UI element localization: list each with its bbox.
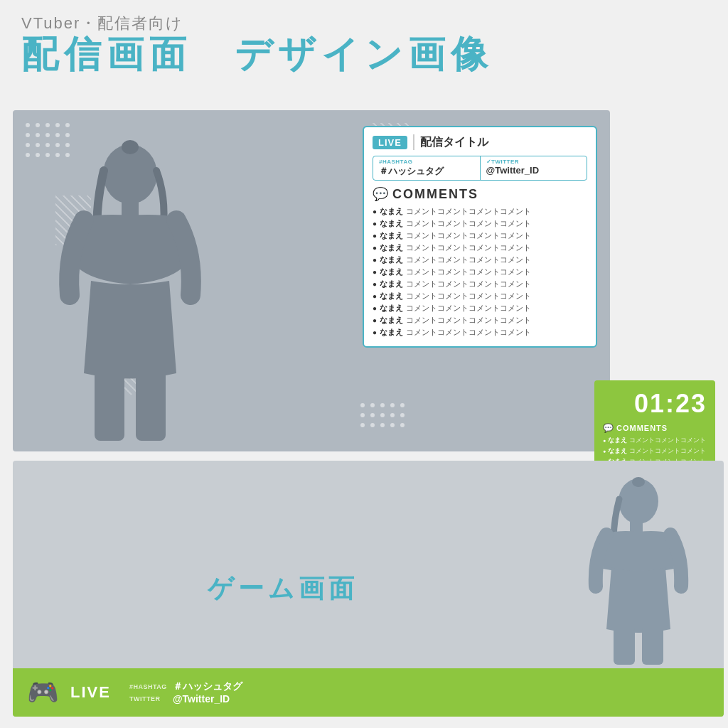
hashtag-label: #HASHTAG xyxy=(379,159,474,165)
comment-name: なまえ xyxy=(380,218,403,229)
svg-rect-2 xyxy=(122,201,139,217)
comment-item: ●なまえコメントコメントコメントコメント xyxy=(373,218,587,229)
dots-bottom xyxy=(360,403,407,430)
twitter-label: ✓TWITTER xyxy=(486,159,582,165)
comment-name: なまえ xyxy=(380,327,403,338)
live-text-bottom: LIVE xyxy=(70,683,111,702)
comment-text: コメントコメントコメントコメント xyxy=(406,327,531,338)
comment-dot: ● xyxy=(373,244,377,252)
live-badge: LIVE xyxy=(373,136,407,149)
comment-item: ●なまえコメントコメントコメントコメント xyxy=(373,255,587,265)
comment-item: ●なまえコメントコメントコメントコメント xyxy=(373,206,587,217)
comment-item: ●なまえコメントコメントコメントコメント xyxy=(373,303,587,314)
comment-item: ●なまえコメントコメントコメントコメント xyxy=(373,230,587,241)
comment-name: なまえ xyxy=(380,255,403,265)
right-comment-name: なまえ xyxy=(608,446,627,456)
live-title-row: LIVE 配信タイトル xyxy=(373,134,587,150)
subtitle: VTuber・配信者向け xyxy=(21,13,707,34)
comment-dot: ● xyxy=(373,268,377,276)
comment-name: なまえ xyxy=(380,267,403,277)
comment-dot: ● xyxy=(373,328,377,336)
right-comment-dot: ● xyxy=(603,438,606,443)
comment-text: コメントコメントコメントコメント xyxy=(406,291,531,301)
bottom-twitter-label: TWITTER xyxy=(129,695,168,702)
comment-dot: ● xyxy=(373,292,377,300)
comment-dot: ● xyxy=(373,220,377,228)
svg-rect-3 xyxy=(95,370,124,441)
right-comment-dot: ● xyxy=(603,449,606,454)
comment-text: コメントコメントコメントコメント xyxy=(406,315,531,326)
comment-name: なまえ xyxy=(380,303,403,314)
svg-point-1 xyxy=(122,140,139,154)
bottom-twitter-row: TWITTER @Twitter_ID xyxy=(129,693,242,705)
bottom-hashtag-label: #HASHTAG xyxy=(129,683,168,690)
svg-rect-8 xyxy=(614,626,635,665)
twitter-value: @Twitter_ID xyxy=(486,165,582,176)
stream-title: 配信タイトル xyxy=(420,135,488,150)
comment-dot: ● xyxy=(373,280,377,288)
comment-dot: ● xyxy=(373,232,377,240)
comments-header: 💬 COMMENTS xyxy=(373,186,587,202)
character-silhouette-2 xyxy=(567,469,710,668)
comment-item: ●なまえコメントコメントコメントコメント xyxy=(373,291,587,301)
comment-text: コメントコメントコメントコメント xyxy=(406,242,531,253)
comment-dot: ● xyxy=(373,256,377,264)
right-comment-item: ●なまえコメントコメントコメント xyxy=(603,436,707,445)
comment-text: コメントコメントコメントコメント xyxy=(406,218,531,229)
right-comments-label: COMMENTS xyxy=(616,424,668,432)
live-divider xyxy=(413,134,414,150)
comment-dot: ● xyxy=(373,208,377,215)
bottom-social: #HASHTAG ＃ハッシュタグ TWITTER @Twitter_ID xyxy=(129,680,242,705)
comment-dot: ● xyxy=(373,316,377,324)
comment-text: コメントコメントコメントコメント xyxy=(406,279,531,289)
comment-text: コメントコメントコメントコメント xyxy=(406,303,531,314)
comment-item: ●なまえコメントコメントコメントコメント xyxy=(373,279,587,289)
twitter-cell: ✓TWITTER @Twitter_ID xyxy=(481,156,587,180)
comment-name: なまえ xyxy=(380,291,403,301)
hashtag-value: ＃ハッシュタグ xyxy=(379,165,474,178)
right-comment-text: コメントコメントコメント xyxy=(629,446,706,456)
comments-list: ●なまえコメントコメントコメントコメント●なまえコメントコメントコメントコメント… xyxy=(373,206,587,338)
preview-card-2: ゲーム画面 🎮 LIVE #HASHTAG ＃ハッシュタグ T xyxy=(13,461,724,717)
comment-text: コメントコメントコメントコメント xyxy=(406,267,531,277)
svg-rect-4 xyxy=(136,370,166,441)
comment-name: なまえ xyxy=(380,315,403,326)
comment-item: ●なまえコメントコメントコメントコメント xyxy=(373,242,587,253)
right-chat-icon: 💬 xyxy=(603,423,614,433)
comments-label: COMMENTS xyxy=(392,187,478,202)
preview-card-1: LIVE 配信タイトル #HASHTAG ＃ハッシュタグ ✓TWITTER @T… xyxy=(13,110,610,451)
comment-dot: ● xyxy=(373,304,377,312)
comment-name: なまえ xyxy=(380,279,403,289)
right-comment-item: ●なまえコメントコメントコメント xyxy=(603,446,707,456)
comment-text: コメントコメントコメントコメント xyxy=(406,255,531,265)
comment-name: なまえ xyxy=(380,206,403,217)
svg-point-6 xyxy=(632,477,645,487)
info-panel: LIVE 配信タイトル #HASHTAG ＃ハッシュタグ ✓TWITTER @T… xyxy=(363,126,597,348)
character-silhouette-1 xyxy=(27,124,233,451)
chat-icon: 💬 xyxy=(373,186,388,202)
svg-rect-9 xyxy=(642,626,663,665)
right-comment-name: なまえ xyxy=(608,436,627,445)
comment-text: コメントコメントコメントコメント xyxy=(406,230,531,241)
page-header: VTuber・配信者向け 配信画面 デザイン画像 xyxy=(0,0,728,82)
game-screen-label: ゲーム画面 xyxy=(208,572,358,606)
bottom-bar: 🎮 LIVE #HASHTAG ＃ハッシュタグ TWITTER @Twitter… xyxy=(13,668,724,717)
main-title: 配信画面 デザイン画像 xyxy=(21,34,707,75)
bottom-twitter-value: @Twitter_ID xyxy=(173,693,230,705)
hashtag-cell: #HASHTAG ＃ハッシュタグ xyxy=(373,156,481,180)
social-row: #HASHTAG ＃ハッシュタグ ✓TWITTER @Twitter_ID xyxy=(373,156,587,181)
comment-item: ●なまえコメントコメントコメントコメント xyxy=(373,267,587,277)
bottom-hashtag-value: ＃ハッシュタグ xyxy=(173,680,242,693)
comment-item: ●なまえコメントコメントコメントコメント xyxy=(373,315,587,326)
comment-text: コメントコメントコメントコメント xyxy=(406,206,531,217)
right-comments-header: 💬 COMMENTS xyxy=(603,423,707,433)
bottom-hashtag-row: #HASHTAG ＃ハッシュタグ xyxy=(129,680,242,693)
comment-name: なまえ xyxy=(380,242,403,253)
right-comment-text: コメントコメントコメント xyxy=(629,436,706,445)
timer-display: 01:23 xyxy=(603,389,707,419)
comment-name: なまえ xyxy=(380,230,403,241)
gamepad-icon: 🎮 xyxy=(27,678,59,707)
comment-item: ●なまえコメントコメントコメントコメント xyxy=(373,327,587,338)
